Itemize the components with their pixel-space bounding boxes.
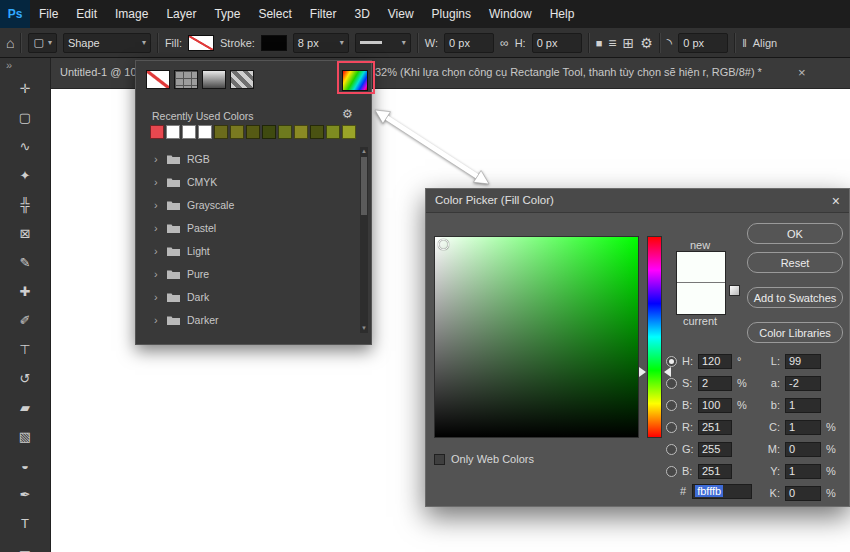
chevron-right-icon[interactable]: › [154,222,160,234]
color-swatch[interactable] [342,125,356,139]
field-value-input[interactable]: 0 [785,486,821,501]
color-swatch[interactable] [214,125,228,139]
folder-cmyk[interactable]: ›CMYK [136,170,358,193]
home-icon[interactable]: ⌂ [6,35,14,51]
move-tool[interactable]: ✛ [0,74,50,103]
chevron-right-icon[interactable]: › [154,245,160,257]
color-swatch[interactable] [150,125,164,139]
blur-tool[interactable]: ◒ [0,451,50,480]
color-field-marker[interactable] [438,239,449,250]
no-color-icon[interactable] [146,70,170,89]
radio-g[interactable] [666,444,677,455]
tool-preset-picker[interactable]: ▢ ▾ [28,33,56,53]
stroke-style-dropdown[interactable]: ▾ [355,33,411,53]
shape-width-input[interactable]: 0 px [444,33,494,53]
path-arrangement-icon[interactable]: ⊞ [623,35,635,51]
menu-view[interactable]: View [379,0,423,28]
field-value-input[interactable]: 100 [698,398,732,413]
link-dimensions-icon[interactable]: ∞ [500,36,509,50]
brush-tool[interactable]: ✐ [0,306,50,335]
eraser-tool[interactable]: ▰ [0,393,50,422]
field-value-input[interactable]: -2 [785,376,821,391]
path-alignment-icon[interactable]: ≡ [608,35,616,51]
field-value-input[interactable]: 251 [698,464,732,479]
reset-button[interactable]: Reset [747,252,843,273]
radio-s[interactable] [666,378,677,389]
pen-tool[interactable]: ✒ [0,480,50,509]
menu-image[interactable]: Image [106,0,157,28]
folder-pastel[interactable]: ›Pastel [136,216,358,239]
stroke-width-field[interactable]: 8 px ▾ [293,33,349,53]
ok-button[interactable]: OK [747,223,843,244]
healing-brush-tool[interactable]: ✚ [0,277,50,306]
folder-grayscale[interactable]: ›Grayscale [136,193,358,216]
path-operations-icon[interactable]: ■ [596,37,603,49]
color-swatch[interactable] [294,125,308,139]
folder-light[interactable]: ›Light [136,239,358,262]
web-safe-cube-icon[interactable] [729,285,740,296]
field-value-input[interactable]: 251 [698,420,732,435]
color-swatch[interactable] [166,125,180,139]
menu-edit[interactable]: Edit [67,0,106,28]
close-icon[interactable]: × [832,193,840,209]
color-swatch[interactable] [246,125,260,139]
add-to-swatches-button[interactable]: Add to Swatches [747,287,843,308]
radio-b[interactable] [666,466,677,477]
clone-stamp-tool[interactable]: ⊤ [0,335,50,364]
frame-tool[interactable]: ⊠ [0,219,50,248]
color-swatch[interactable] [182,125,196,139]
tab-close-icon[interactable]: × [798,65,806,80]
gear-icon[interactable]: ⚙ [342,107,353,121]
hue-slider[interactable] [647,236,662,438]
field-value-input[interactable]: 255 [698,442,732,457]
saturation-brightness-field[interactable] [434,236,639,438]
color-swatch[interactable] [198,125,212,139]
gear-icon[interactable]: ⚙ [640,35,653,51]
menu-layer[interactable]: Layer [157,0,205,28]
radio-r[interactable] [666,422,677,433]
chevron-right-icon[interactable]: › [154,314,160,326]
radio-b[interactable] [666,400,677,411]
document-tab[interactable]: Untitled-1 @ 10 [60,66,137,78]
folder-pure[interactable]: ›Pure [136,262,358,285]
menu-help[interactable]: Help [541,0,584,28]
field-value-input[interactable]: 2 [698,376,732,391]
rectangle-tool[interactable]: ▭ [0,538,50,552]
color-swatch[interactable] [310,125,324,139]
color-swatch[interactable] [230,125,244,139]
crop-tool[interactable]: ╬ [0,190,50,219]
pattern-fill-icon[interactable] [230,70,254,89]
fill-color-swatch[interactable] [188,35,214,51]
field-value-input[interactable]: 0 [785,442,821,457]
chevron-right-icon[interactable]: › [154,199,160,211]
rectangular-marquee-tool[interactable]: ▢ [0,103,50,132]
menu-type[interactable]: Type [205,0,249,28]
gradient-tool[interactable]: ▧ [0,422,50,451]
menu-select[interactable]: Select [249,0,300,28]
color-libraries-button[interactable]: Color Libraries [747,322,843,343]
lasso-tool[interactable]: ∿ [0,132,50,161]
object-selection-tool[interactable]: ✦ [0,161,50,190]
menu-plugins[interactable]: Plugins [423,0,480,28]
field-value-input[interactable]: 1 [785,398,821,413]
chevron-right-icon[interactable]: › [154,153,160,165]
photoshop-logo-icon[interactable]: Ps [0,0,30,28]
color-swatch[interactable] [278,125,292,139]
eyedropper-tool[interactable]: ✎ [0,248,50,277]
color-swatch[interactable] [262,125,276,139]
gradient-fill-icon[interactable] [202,70,226,89]
hue-slider-arrow-left-icon[interactable] [639,367,646,377]
color-swatch[interactable] [326,125,340,139]
chevron-right-icon[interactable]: › [154,176,160,188]
type-tool[interactable]: T [0,509,50,538]
only-web-colors-checkbox[interactable] [434,454,445,465]
menu-3d[interactable]: 3D [345,0,378,28]
field-value-input[interactable]: 1 [785,420,821,435]
shape-height-input[interactable]: 0 px [532,33,582,53]
solid-color-icon[interactable] [174,70,198,89]
folder-darker[interactable]: ›Darker [136,308,358,331]
folder-dark[interactable]: ›Dark [136,285,358,308]
chevron-right-icon[interactable]: › [154,291,160,303]
field-value-input[interactable]: 1 [785,464,821,479]
history-brush-tool[interactable]: ↺ [0,364,50,393]
